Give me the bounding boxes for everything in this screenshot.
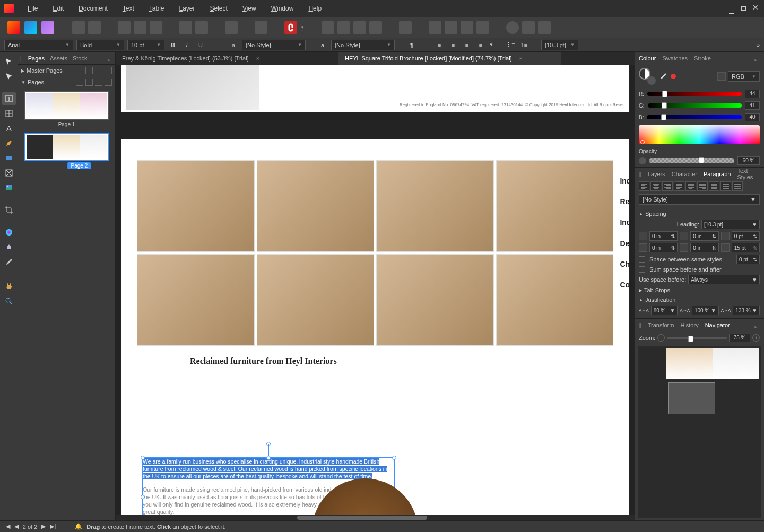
bullets-button[interactable]: ⋮≡ (505, 40, 516, 50)
page-thumb-1[interactable] (24, 91, 109, 120)
same-styles-value[interactable]: 0 pt⇅ (736, 255, 760, 264)
tab-stock[interactable]: Stock (73, 55, 88, 62)
crop-tool[interactable] (2, 204, 16, 216)
tab-character[interactable]: Character (672, 171, 697, 177)
panel-menu-icon[interactable] (108, 56, 113, 61)
tab-assets[interactable]: Assets (50, 55, 67, 62)
toolbar-move-back-icon[interactable] (322, 21, 334, 34)
pages-btn2[interactable] (85, 79, 93, 86)
menu-select[interactable]: Select (203, 2, 235, 15)
font-weight-combo[interactable]: Bold▼ (76, 40, 124, 50)
tab-swatches[interactable]: Swatches (662, 55, 688, 62)
toolbar-pin-icon[interactable] (179, 21, 192, 34)
para-style-select[interactable]: [No Style]▼ (639, 194, 760, 205)
pages-btn4[interactable] (105, 79, 112, 86)
zoom-in-button[interactable]: + (752, 334, 760, 342)
char-style-combo[interactable]: [No Style]▼ (242, 40, 306, 50)
rectangle-tool[interactable] (2, 152, 16, 164)
toolbar-icon-2[interactable] (88, 21, 101, 34)
char-panel-icon[interactable]: a (228, 40, 239, 50)
spectrum-picker[interactable] (639, 125, 760, 144)
first-page-button[interactable]: |◀ (4, 523, 10, 530)
toolbar-clip-icon[interactable] (255, 21, 267, 34)
tab-stroke[interactable]: Stroke (694, 55, 711, 62)
menu-text[interactable]: Text (115, 2, 142, 15)
p-align-center[interactable] (650, 181, 661, 191)
doc-tab-1[interactable]: Frey & König Timepieces [Locked] (53.3%)… (116, 52, 338, 65)
colour-model-icon[interactable] (717, 72, 726, 81)
nav-menu-icon[interactable] (754, 322, 760, 328)
persona-designer[interactable] (24, 21, 37, 34)
master-pages-section[interactable]: Master Pages (27, 67, 63, 74)
color-picker-tool[interactable] (2, 256, 16, 268)
close-button[interactable]: ✕ (752, 5, 760, 12)
menu-view[interactable]: View (235, 2, 264, 15)
right-indent-input[interactable]: 0 in⇅ (690, 231, 718, 241)
master-btn2[interactable] (95, 67, 102, 74)
toolbar-guides-icon[interactable] (150, 21, 162, 34)
toolbar-forward-one-icon[interactable] (353, 21, 366, 34)
close-icon[interactable]: × (519, 56, 523, 62)
tabstops-header[interactable]: Tab Stops (644, 287, 670, 293)
fill-tool[interactable] (2, 226, 16, 239)
b-value[interactable]: 40 (745, 113, 760, 121)
master-btn3[interactable] (105, 67, 112, 74)
table-tool[interactable] (2, 107, 16, 120)
toolbar-flip-v-icon[interactable] (445, 21, 457, 34)
r-value[interactable]: 44 (745, 90, 760, 98)
toolbar-preview-icon[interactable] (225, 21, 238, 34)
tab-transform[interactable]: Transform (648, 322, 674, 328)
justification-header[interactable]: Justification (645, 296, 675, 303)
same-styles-check[interactable] (639, 256, 645, 263)
left-indent-input[interactable]: 0 in⇅ (649, 231, 678, 241)
menu-document[interactable]: Document (71, 2, 115, 15)
toolbar-grid-icon[interactable] (134, 21, 146, 34)
tab-history[interactable]: History (680, 322, 698, 328)
toolbar-flip-h-icon[interactable] (429, 21, 441, 34)
pages-btn3[interactable] (95, 79, 102, 86)
toolbar-shape2-icon[interactable] (522, 21, 535, 34)
p-justify-center[interactable] (685, 181, 696, 191)
sum-space-check[interactable] (639, 266, 645, 273)
persona-publisher[interactable] (7, 21, 20, 34)
toolbar-shape1-icon[interactable] (506, 21, 519, 34)
persona-photo[interactable] (41, 21, 54, 34)
p-align-towards[interactable] (720, 181, 731, 191)
eyedropper-icon[interactable] (659, 72, 667, 81)
menu-table[interactable]: Table (142, 2, 172, 15)
para-style-combo[interactable]: [No Style]▼ (331, 40, 395, 50)
align-right-button[interactable]: ≡ (462, 40, 472, 50)
toolbar-shape3-icon[interactable] (538, 21, 551, 34)
tab-navigator[interactable]: Navigator (705, 322, 730, 328)
bold-button[interactable]: B (168, 40, 178, 50)
toolbar-align-icon[interactable] (399, 21, 412, 34)
node-tool[interactable] (2, 70, 16, 83)
spacing-header[interactable]: Spacing (645, 211, 666, 217)
p-align-left[interactable] (639, 181, 649, 191)
menu-layer[interactable]: Layer (171, 2, 202, 15)
transparency-tool[interactable] (2, 241, 16, 254)
pilcrow-icon[interactable]: ¶ (406, 40, 417, 50)
toolbar-snap-icon[interactable] (284, 21, 297, 34)
align-center-button[interactable]: ≡ (448, 40, 458, 50)
navigator-view[interactable] (638, 346, 761, 518)
master-btn1[interactable] (85, 67, 93, 74)
opacity-value[interactable]: 60 % (737, 156, 760, 165)
font-family-combo[interactable]: Arial▼ (4, 40, 73, 50)
pen-tool[interactable] (2, 137, 16, 150)
zoom-value[interactable]: 75 % (729, 334, 750, 342)
menu-edit[interactable]: Edit (45, 2, 71, 15)
tab-layers[interactable]: Layers (648, 171, 665, 177)
para-panel-icon[interactable]: a (317, 40, 328, 50)
move-tool[interactable] (2, 55, 16, 68)
p-justify-left[interactable] (674, 181, 684, 191)
g-value[interactable]: 41 (745, 101, 760, 110)
font-size-combo[interactable]: 10 pt▼ (127, 40, 164, 50)
toolbar-textwrap-icon[interactable] (195, 21, 208, 34)
tab-textstyles[interactable]: Text Styles (737, 168, 760, 180)
pages-section[interactable]: Pages (28, 79, 44, 85)
align-justify-button[interactable]: ≡ (475, 40, 486, 50)
tab-colour[interactable]: Colour (639, 55, 656, 62)
menu-help[interactable]: Help (301, 2, 329, 15)
toolbar-back-one-icon[interactable] (337, 21, 350, 34)
